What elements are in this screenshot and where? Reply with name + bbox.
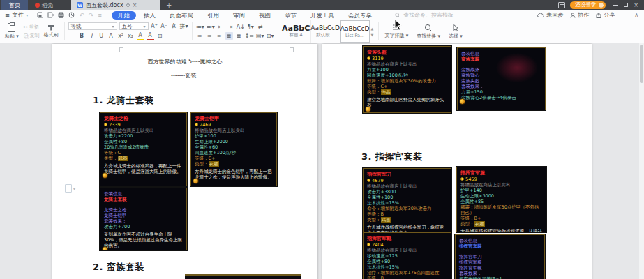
menu-tab-3[interactable]: 引用: [201, 11, 225, 20]
align-left-icon[interactable]: ≡: [196, 32, 204, 40]
new-tab-button[interactable]: +: [160, 0, 177, 10]
strikethrough-button[interactable]: A: [107, 32, 115, 40]
text-direction-icon[interactable]: ⇄: [257, 23, 264, 31]
item-image-commander-set-info[interactable]: 套装信息指挥官套装指挥官军刀指挥官军服指挥官军靴套装效果：所有光环效果等级+1攻…: [455, 234, 545, 279]
menu-tab-2[interactable]: 页面布局: [163, 11, 200, 20]
tooltip-line: 2339: [104, 122, 183, 128]
style-list-paragraph[interactable]: AaBbCcD List Pa...: [340, 20, 370, 43]
italic-button[interactable]: I: [88, 32, 96, 40]
font-name-select[interactable]: 等线▾: [68, 22, 117, 30]
undo-icon[interactable]: ↶: [79, 12, 84, 19]
close-window-icon[interactable]: ×: [634, 2, 638, 8]
chevron-down-icon: ▾: [26, 13, 28, 17]
menu-tab-6[interactable]: 章节: [278, 11, 303, 20]
docer-tab[interactable]: 稻壳: [28, 0, 60, 10]
font-size-select[interactable]: 五号▾: [119, 22, 149, 30]
sync-status[interactable]: 未同步: [537, 11, 563, 19]
style-heading4[interactable]: AaBbC 标题 4: [282, 20, 311, 43]
login-button[interactable]: 还没登录: [570, 1, 606, 9]
underline-button[interactable]: U: [98, 32, 105, 40]
menu-tab-5[interactable]: 视图: [253, 11, 277, 20]
document-canvas[interactable]: 西方世界的劫难 5----魔神之心 -------套装 1. 龙骑士套装 龙骑士…: [0, 43, 644, 279]
item-image-commander-boots[interactable]: 指挥官军靴2404将物品放在商店上以卖出移动速度+125全属性+80法术抗性+1…: [363, 232, 451, 279]
cut-button[interactable]: ✂ 剪切: [24, 24, 40, 31]
item-image-barbarian-helm[interactable]: 蛮族头盔3119将物品放在商店上以卖出力量+100回血速度+100点/秒鼓舞：增…: [363, 46, 451, 113]
notebook-icon[interactable]: [558, 2, 565, 8]
collab-button[interactable]: 协作: [570, 11, 589, 19]
command-search[interactable]: 查找命令、搜索模板: [395, 11, 454, 19]
show-marks-icon[interactable]: ¶▾: [247, 23, 255, 31]
save-icon[interactable]: [37, 12, 43, 18]
select-button[interactable]: 选择 ▾: [444, 20, 467, 43]
preview-icon[interactable]: [68, 12, 75, 18]
text-tools-button[interactable]: A 文字排版 ▾: [380, 20, 412, 43]
subscript-button[interactable]: x₂: [127, 32, 135, 40]
distribute-icon[interactable]: ≣: [235, 32, 243, 40]
decrease-indent-icon[interactable]: ⇤: [217, 23, 225, 31]
shrink-font-icon[interactable]: A⁻: [160, 22, 168, 30]
file-menu[interactable]: ≡ 文件 ▾: [0, 11, 33, 20]
tooltip-line: [459, 249, 541, 254]
share-icon: [596, 13, 601, 18]
find-replace-button[interactable]: 查找替换 ▾: [412, 20, 444, 43]
vertical-scrollbar[interactable]: [639, 43, 644, 279]
tooltip-line: 命令：增加附近友军30%攻击力: [367, 206, 447, 211]
menu-tab-0[interactable]: 开始: [112, 11, 136, 20]
font-color-button[interactable]: A: [147, 31, 154, 40]
close-doc-tab-icon[interactable]: ×: [133, 2, 137, 8]
align-center-icon[interactable]: ≡: [206, 32, 214, 40]
share-button[interactable]: 分享: [596, 11, 615, 19]
maximize-icon[interactable]: [624, 3, 628, 7]
item-image-dragon-armor[interactable]: 龙骑士铠甲2469将物品放在商店上以卖出护甲+100生命上限+2000全属性+6…: [190, 112, 277, 186]
increase-indent-icon[interactable]: ⇥: [227, 23, 234, 31]
align-right-icon[interactable]: ≡: [216, 32, 223, 40]
menu-tab-7[interactable]: 开发工具: [304, 11, 340, 20]
styles-down-icon[interactable]: ▼: [371, 33, 374, 37]
bold-button[interactable]: B: [78, 32, 86, 40]
clear-format-icon[interactable]: A̷: [170, 22, 178, 30]
print-icon[interactable]: [58, 12, 64, 18]
export-pdf-icon[interactable]: [47, 12, 54, 18]
home-tab[interactable]: 首页: [1, 0, 28, 10]
page-2[interactable]: 蛮族头盔3119将物品放在商店上以卖出力量+100回血速度+100点/秒鼓舞：增…: [322, 44, 592, 279]
style-default-para[interactable]: AaBbCcD 默认段...: [311, 20, 340, 43]
minimize-icon[interactable]: [613, 5, 618, 6]
scrollbar-thumb[interactable]: [640, 45, 643, 83]
phonetic-guide-icon[interactable]: 拼▾: [180, 22, 188, 30]
more-menu-icon[interactable]: ⋮: [622, 12, 627, 18]
collapse-ribbon-icon[interactable]: ∧: [634, 12, 638, 18]
menu-tab-4[interactable]: 审阅: [227, 11, 251, 20]
char-shading-icon[interactable]: ⊞: [156, 32, 164, 40]
shading-icon[interactable]: ▤▾: [256, 32, 264, 40]
superscript-button[interactable]: x²: [117, 32, 125, 40]
bullet-list-icon[interactable]: ≔▾: [196, 23, 204, 31]
item-image-commander-uniform[interactable]: 指挥官军服5459将物品放在商店上以卖出护甲+140生命上限+3000全属性+8…: [456, 167, 546, 232]
item-image-dragon-set-info[interactable]: 套装信息龙骑士套装龙骑士之枪龙骑士铠甲套装效果：攻击力+700受到单次伤害不超过…: [100, 188, 187, 250]
line-spacing-icon[interactable]: ↕≡: [245, 32, 254, 40]
page-1[interactable]: 西方世界的劫难 5----魔神之心 -------套装 1. 龙骑士套装 龙骑士…: [52, 44, 317, 279]
number-list-icon[interactable]: ≕▾: [207, 23, 215, 31]
item-image-dragon-lance[interactable]: 龙骑士之枪2339将物品放在商店上以卖出攻击力+2200全属性+8020%几率造…: [100, 112, 187, 186]
font-size-value: 五号: [122, 23, 133, 30]
item-image-barbarian-set-info[interactable]: 套装信息蛮族套装蛮族战斧蛮族背心蛮族头盔套装效果：力量+150蛮族背心2倍暴击→…: [457, 47, 546, 110]
more-commands-icon[interactable]: ≡: [98, 13, 102, 18]
styles-up-icon[interactable]: ▲: [371, 27, 374, 31]
doc-title: 西方世界的劫难 5----魔神之心: [52, 58, 317, 66]
redo-icon[interactable]: ↷: [89, 12, 94, 19]
paste-button[interactable]: 粘贴 ▾: [2, 23, 22, 40]
paste-options-popup[interactable]: ▾: [65, 183, 82, 194]
highlight-color-button[interactable]: A: [137, 31, 144, 40]
document-tab[interactable]: W 西五套装.docx ×: [71, 0, 160, 10]
pin-icon[interactable]: [126, 3, 130, 7]
item-image-cropped[interactable]: [185, 274, 301, 279]
item-image-commander-saber[interactable]: 指挥官军刀4679将物品放在商店上以卖出攻击力+3800全属性+100法术抗性+…: [363, 168, 451, 232]
grow-font-icon[interactable]: A⁺: [151, 22, 158, 30]
menu-tab-1[interactable]: 插入: [137, 11, 162, 20]
sort-icon[interactable]: A↓: [237, 23, 245, 31]
copy-button[interactable]: ▢ 复制: [24, 32, 40, 39]
format-painter-button[interactable]: 格式刷: [42, 25, 61, 38]
justify-icon[interactable]: ≣: [225, 32, 233, 40]
menu-tab-8[interactable]: 会员专享: [342, 11, 378, 20]
border-icon[interactable]: ⊞▾: [267, 32, 274, 40]
home-tab-label: 首页: [9, 1, 20, 9]
